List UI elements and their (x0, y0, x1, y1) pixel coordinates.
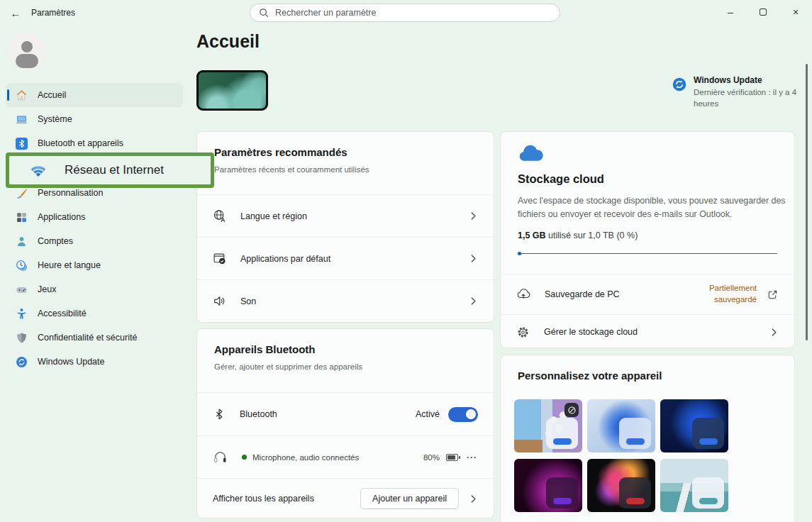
theme-thumbnail-beach-light[interactable] (660, 459, 728, 512)
sidebar-item-label: Applications (38, 212, 85, 222)
accessibility-person-icon (16, 308, 28, 320)
theme-thumbnails-grid (514, 399, 728, 512)
default-apps-icon (213, 252, 226, 265)
shield-icon (16, 332, 28, 344)
minimize-icon: – (728, 6, 733, 18)
card-header: Appareils Bluetooth Gérer, ajouter et su… (197, 329, 494, 392)
pc-backup-label: Sauvegarde de PC (545, 289, 620, 299)
row-label: Applications par défaut (240, 254, 330, 264)
bluetooth-toggle-state: Activé (416, 409, 440, 419)
sidebar-item-gaming[interactable]: Jeux (6, 277, 183, 301)
row-pc-backup[interactable]: Sauvegarde de PC Partiellement sauvegard… (501, 274, 794, 314)
external-link-icon[interactable] (767, 289, 779, 301)
backup-status-text: Partiellement sauvegardé (691, 283, 757, 305)
system-icon (16, 113, 28, 126)
bluetooth-toggle[interactable] (448, 407, 478, 422)
cloud-storage-card: Stockage cloud Avec l'espace de stockage… (500, 131, 795, 348)
app-title: Paramètres (31, 8, 75, 18)
row-bluetooth-footer: Afficher tous les appareils Ajouter un a… (197, 478, 494, 518)
bluetooth-icon (16, 138, 28, 150)
window-controls: – × (714, 0, 812, 23)
theme-thumbnail-bloom-dark[interactable] (660, 399, 728, 452)
sidebar-item-label: Personnalisation (38, 188, 103, 198)
maximize-button[interactable] (747, 0, 779, 23)
recommended-subtitle: Paramètres récents et couramment utilisé… (214, 165, 477, 174)
start-menu-preview (619, 477, 651, 509)
row-label: Son (240, 296, 256, 306)
page-title: Accueil (196, 31, 260, 52)
sidebar-item-label: Windows Update (38, 357, 105, 367)
connected-dot-icon (242, 455, 247, 460)
row-label: Langue et région (240, 211, 307, 221)
show-all-devices-link[interactable]: Afficher tous les appareils (213, 494, 314, 504)
update-status-title: Windows Update (694, 75, 800, 85)
accounts-icon (16, 235, 28, 248)
gamepad-icon (16, 284, 28, 296)
sidebar-item-label: Heure et langue (38, 260, 101, 270)
sidebar-item-label: Accueil (38, 90, 66, 100)
row-bluetooth-toggle: Bluetooth Activé (197, 392, 494, 435)
sidebar-item-label: Accessibilité (38, 309, 87, 318)
windows-update-icon (16, 356, 28, 368)
row-manage-cloud-storage[interactable]: Gérer le stockage cloud (501, 314, 794, 348)
avatar-body (16, 54, 38, 68)
theme-thumbnail-bloom-split[interactable] (514, 399, 582, 452)
theme-thumbnail-glow-purple[interactable] (514, 459, 582, 512)
user-avatar[interactable] (9, 33, 45, 70)
sidebar-item-windows-update[interactable]: Windows Update (6, 350, 183, 374)
sidebar-item-bluetooth[interactable]: Bluetooth et appareils (6, 131, 183, 155)
windows-update-status[interactable]: Windows Update Dernière vérification : i… (672, 75, 808, 109)
cloud-upload-icon (516, 287, 530, 301)
row-bluetooth-device[interactable]: Microphone, audio connectés 80% ⋯ (197, 435, 494, 478)
progress-fill (518, 252, 521, 255)
search-icon (259, 8, 269, 18)
bluetooth-devices-card: Appareils Bluetooth Gérer, ajouter et su… (196, 328, 494, 518)
bluetooth-card-subtitle: Gérer, ajouter et supprimer des appareil… (214, 362, 477, 371)
add-device-button[interactable]: Ajouter un appareil (360, 488, 459, 509)
search-bar[interactable] (250, 4, 560, 22)
storage-progress-bar (518, 252, 777, 255)
vertical-scrollbar[interactable] (806, 64, 808, 340)
maximize-icon (760, 9, 767, 16)
speaker-icon (213, 294, 226, 308)
row-language-region[interactable]: A Langue et région (197, 194, 494, 237)
close-button[interactable]: × (779, 0, 812, 23)
progress-track (518, 253, 777, 254)
theme-thumbnail-bloom-light[interactable] (587, 399, 655, 452)
cloud-card-title: Stockage cloud (518, 172, 777, 186)
start-menu-preview (546, 477, 578, 509)
close-icon: × (793, 6, 799, 18)
start-menu-preview (692, 418, 724, 449)
sidebar-item-network[interactable]: Réseau et Internet (65, 163, 164, 177)
sidebar-item-privacy[interactable]: Confidentialité et sécurité (6, 326, 183, 350)
gear-icon (516, 326, 530, 339)
battery-percentage: 80% (423, 453, 440, 462)
row-default-apps[interactable]: Applications par défaut (197, 237, 494, 279)
sidebar-item-home[interactable]: Accueil (6, 83, 183, 107)
minimize-button[interactable]: – (714, 0, 747, 23)
row-sound[interactable]: Son (197, 279, 494, 322)
recommended-title: Paramètres recommandés (214, 146, 477, 158)
card-header: Paramètres recommandés Paramètres récent… (197, 132, 494, 194)
update-status-subtitle: Dernière vérification : il y a 4 heures (694, 87, 800, 109)
chevron-right-icon (469, 254, 478, 263)
theme-thumbnail-petals-dark[interactable] (587, 459, 655, 512)
device-wallpaper-thumbnail (196, 70, 268, 111)
search-input[interactable] (275, 8, 551, 18)
sidebar-item-accessibility[interactable]: Accessibilité (6, 301, 183, 326)
sidebar-item-accounts[interactable]: Comptes (6, 229, 183, 253)
sidebar-item-system[interactable]: Système (6, 107, 183, 131)
chevron-right-icon[interactable] (469, 494, 478, 504)
sidebar-nav: Accueil Système Bluetooth et appareils P… (6, 83, 183, 374)
back-button[interactable]: ← (6, 4, 26, 22)
device-status: Microphone, audio connectés (242, 453, 359, 462)
sidebar-item-label: Système (38, 114, 72, 124)
svg-text:A: A (221, 216, 225, 223)
more-options-button[interactable]: ⋯ (465, 451, 478, 464)
chevron-right-icon (469, 211, 478, 221)
sidebar-item-label: Comptes (38, 236, 73, 246)
wifi-icon (29, 162, 48, 179)
sidebar-item-time-language[interactable]: Heure et langue (6, 253, 183, 277)
sidebar-item-apps[interactable]: Applications (6, 205, 183, 229)
personalization-icon (16, 187, 28, 199)
